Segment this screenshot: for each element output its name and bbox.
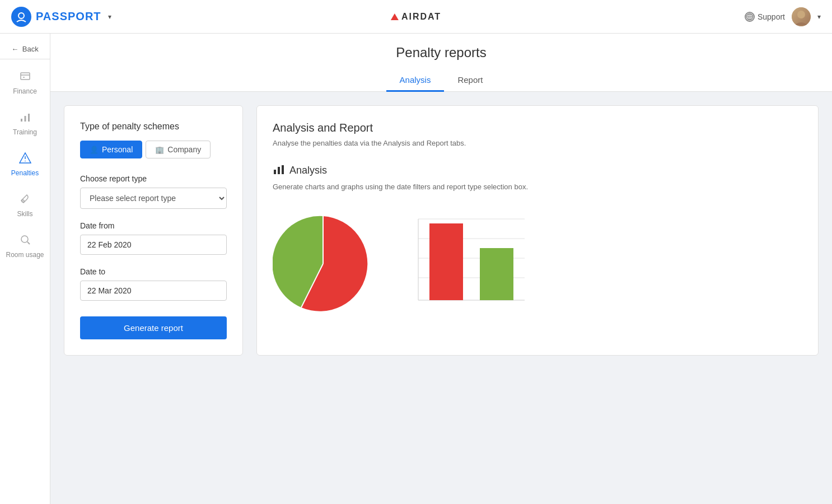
app-layout: ← Back Finance Training Penalties <box>0 34 832 504</box>
scheme-toggle-group: 👤 Personal 🏢 Company <box>80 141 227 158</box>
analysis-title: Analysis <box>289 165 327 176</box>
personal-icon: 👤 <box>90 146 99 154</box>
svg-point-15 <box>22 200 24 202</box>
svg-point-5 <box>797 11 805 18</box>
date-from-input[interactable] <box>80 235 227 255</box>
svg-rect-30 <box>480 248 513 300</box>
date-from-group: Date from <box>80 221 227 255</box>
sidebar: ← Back Finance Training Penalties <box>0 34 50 504</box>
generate-report-button[interactable]: Generate report <box>80 316 227 339</box>
report-type-select[interactable]: Please select report type <box>80 188 227 209</box>
user-avatar[interactable] <box>792 7 811 26</box>
sidebar-item-training[interactable]: Training <box>0 103 50 144</box>
app-header: PASSPORT ▾ AIRDAT Support ▾ <box>0 0 832 34</box>
company-icon: 🏢 <box>155 146 164 154</box>
analysis-report-title: Analysis and Report <box>273 122 802 134</box>
passport-logo-icon <box>11 7 31 27</box>
training-icon <box>19 111 31 126</box>
svg-rect-20 <box>282 165 284 174</box>
tab-report[interactable]: Report <box>444 69 496 92</box>
sidebar-penalties-label: Penalties <box>11 169 39 177</box>
analysis-desc: Generate charts and graphs using the dat… <box>273 183 802 191</box>
svg-line-17 <box>27 242 30 244</box>
svg-rect-6 <box>21 73 30 80</box>
bar-chart <box>407 213 530 314</box>
support-label: Support <box>758 12 785 21</box>
svg-rect-18 <box>274 170 276 174</box>
logo-area[interactable]: PASSPORT ▾ <box>11 7 111 27</box>
finance-icon <box>19 70 31 85</box>
brand-triangle-icon <box>391 13 399 20</box>
logo-chevron-icon[interactable]: ▾ <box>108 13 111 21</box>
header-right-area: Support ▾ <box>745 7 821 26</box>
report-type-label: Choose report type <box>80 174 227 183</box>
support-link[interactable]: Support <box>745 12 785 22</box>
left-panel: Type of penalty schemes 👤 Personal 🏢 Com… <box>64 105 243 356</box>
page-title: Penalty reports <box>50 45 832 60</box>
svg-rect-10 <box>24 116 26 122</box>
tab-analysis[interactable]: Analysis <box>386 69 445 92</box>
right-panel: Analysis and Report Analyse the penaltie… <box>256 105 819 356</box>
sidebar-room-usage-label: Room usage <box>6 251 44 259</box>
date-to-input[interactable] <box>80 281 227 301</box>
date-from-label: Date from <box>80 221 227 230</box>
svg-point-16 <box>21 236 28 242</box>
svg-point-14 <box>25 161 26 162</box>
bar-chart-icon <box>273 163 285 178</box>
svg-rect-9 <box>21 119 22 122</box>
sidebar-item-room-usage[interactable]: Room usage <box>0 226 50 267</box>
svg-rect-11 <box>28 114 30 122</box>
page-header: Penalty reports Analysis Report <box>50 34 832 92</box>
pie-svg <box>273 213 373 314</box>
date-to-label: Date to <box>80 267 227 276</box>
globe-icon <box>745 12 755 22</box>
content-area: Type of penalty schemes 👤 Personal 🏢 Com… <box>50 92 832 369</box>
user-chevron-icon[interactable]: ▾ <box>817 13 821 21</box>
sidebar-item-penalties[interactable]: Penalties <box>0 144 50 185</box>
analysis-header: Analysis <box>273 163 802 178</box>
sidebar-training-label: Training <box>13 128 37 136</box>
back-arrow-icon: ← <box>11 45 18 53</box>
personal-button[interactable]: 👤 Personal <box>80 141 142 158</box>
svg-point-0 <box>18 13 24 18</box>
date-to-group: Date to <box>80 267 227 301</box>
tab-bar: Analysis Report <box>50 69 832 91</box>
pie-chart <box>273 213 373 314</box>
avatar-image <box>792 7 811 26</box>
passport-text: PASSPORT <box>36 10 101 23</box>
back-label: Back <box>22 45 39 53</box>
main-content: Penalty reports Analysis Report Type of … <box>50 34 832 504</box>
sidebar-finance-label: Finance <box>13 87 37 95</box>
brand-area: AIRDAT <box>391 12 441 22</box>
svg-rect-19 <box>278 167 280 174</box>
company-button[interactable]: 🏢 Company <box>146 141 211 158</box>
charts-container <box>273 208 802 314</box>
analysis-report-desc: Analyse the penalties data via the Analy… <box>273 139 802 147</box>
bar-chart-svg <box>407 213 530 314</box>
personal-label: Personal <box>102 145 133 154</box>
brand-name: AIRDAT <box>391 12 441 22</box>
room-usage-icon <box>19 234 31 249</box>
scheme-title: Type of penalty schemes <box>80 122 227 132</box>
sidebar-item-finance[interactable]: Finance <box>0 62 50 103</box>
back-button[interactable]: ← Back <box>0 39 50 59</box>
report-type-group: Choose report type Please select report … <box>80 174 227 209</box>
sidebar-skills-label: Skills <box>17 210 32 218</box>
skills-icon <box>19 193 31 208</box>
company-label: Company <box>167 145 201 154</box>
sidebar-item-skills[interactable]: Skills <box>0 185 50 226</box>
svg-rect-29 <box>429 223 463 300</box>
penalties-icon <box>19 152 31 167</box>
